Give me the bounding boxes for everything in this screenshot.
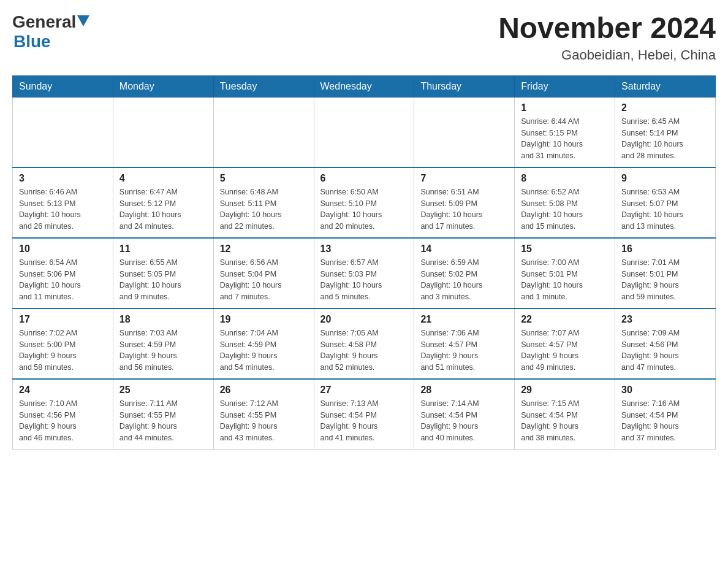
logo-general: General bbox=[12, 12, 76, 32]
calendar-cell: 9Sunrise: 6:53 AM Sunset: 5:07 PM Daylig… bbox=[615, 167, 716, 238]
day-info: Sunrise: 6:54 AM Sunset: 5:06 PM Dayligh… bbox=[19, 257, 107, 303]
calendar-cell: 23Sunrise: 7:09 AM Sunset: 4:56 PM Dayli… bbox=[615, 308, 716, 379]
weekday-header-sunday: Sunday bbox=[13, 75, 113, 97]
day-info: Sunrise: 7:02 AM Sunset: 5:00 PM Dayligh… bbox=[19, 327, 107, 373]
day-info: Sunrise: 7:03 AM Sunset: 4:59 PM Dayligh… bbox=[119, 327, 207, 373]
weekday-header-saturday: Saturday bbox=[615, 75, 716, 97]
calendar-cell: 25Sunrise: 7:11 AM Sunset: 4:55 PM Dayli… bbox=[113, 379, 213, 450]
day-number: 22 bbox=[521, 314, 609, 325]
day-number: 26 bbox=[220, 385, 308, 396]
day-number: 17 bbox=[19, 314, 107, 325]
day-info: Sunrise: 7:04 AM Sunset: 4:59 PM Dayligh… bbox=[220, 327, 308, 373]
calendar-cell: 26Sunrise: 7:12 AM Sunset: 4:55 PM Dayli… bbox=[213, 379, 314, 450]
calendar-cell bbox=[113, 97, 213, 167]
day-info: Sunrise: 6:48 AM Sunset: 5:11 PM Dayligh… bbox=[220, 186, 308, 232]
day-info: Sunrise: 6:56 AM Sunset: 5:04 PM Dayligh… bbox=[220, 257, 308, 303]
weekday-header-monday: Monday bbox=[113, 75, 213, 97]
day-number: 16 bbox=[621, 243, 709, 255]
day-info: Sunrise: 6:55 AM Sunset: 5:05 PM Dayligh… bbox=[119, 257, 207, 303]
day-info: Sunrise: 6:51 AM Sunset: 5:09 PM Dayligh… bbox=[420, 186, 508, 232]
day-number: 24 bbox=[19, 385, 107, 396]
day-number: 6 bbox=[320, 173, 408, 184]
calendar-week-row: 17Sunrise: 7:02 AM Sunset: 5:00 PM Dayli… bbox=[13, 308, 716, 379]
calendar-cell bbox=[13, 97, 113, 167]
day-number: 19 bbox=[220, 314, 308, 325]
calendar-week-row: 1Sunrise: 6:44 AM Sunset: 5:15 PM Daylig… bbox=[13, 97, 716, 167]
calendar-cell: 12Sunrise: 6:56 AM Sunset: 5:04 PM Dayli… bbox=[213, 238, 314, 308]
day-number: 21 bbox=[420, 314, 508, 325]
day-info: Sunrise: 6:57 AM Sunset: 5:03 PM Dayligh… bbox=[320, 257, 408, 303]
calendar-table: SundayMondayTuesdayWednesdayThursdayFrid… bbox=[12, 75, 716, 450]
day-info: Sunrise: 7:05 AM Sunset: 4:58 PM Dayligh… bbox=[320, 327, 408, 373]
day-info: Sunrise: 6:52 AM Sunset: 5:08 PM Dayligh… bbox=[521, 186, 609, 232]
calendar-week-row: 10Sunrise: 6:54 AM Sunset: 5:06 PM Dayli… bbox=[13, 238, 716, 308]
calendar-cell: 3Sunrise: 6:46 AM Sunset: 5:13 PM Daylig… bbox=[13, 167, 113, 238]
day-number: 30 bbox=[621, 385, 709, 396]
calendar-cell: 22Sunrise: 7:07 AM Sunset: 4:57 PM Dayli… bbox=[515, 308, 615, 379]
day-number: 12 bbox=[220, 243, 308, 255]
day-number: 20 bbox=[320, 314, 408, 325]
day-info: Sunrise: 6:46 AM Sunset: 5:13 PM Dayligh… bbox=[19, 186, 107, 232]
calendar-cell: 6Sunrise: 6:50 AM Sunset: 5:10 PM Daylig… bbox=[314, 167, 414, 238]
calendar-week-row: 3Sunrise: 6:46 AM Sunset: 5:13 PM Daylig… bbox=[13, 167, 716, 238]
calendar-cell: 10Sunrise: 6:54 AM Sunset: 5:06 PM Dayli… bbox=[13, 238, 113, 308]
day-number: 3 bbox=[19, 173, 107, 184]
calendar-cell: 1Sunrise: 6:44 AM Sunset: 5:15 PM Daylig… bbox=[515, 97, 615, 167]
day-info: Sunrise: 6:53 AM Sunset: 5:07 PM Dayligh… bbox=[621, 186, 709, 232]
weekday-header-wednesday: Wednesday bbox=[314, 75, 414, 97]
day-number: 8 bbox=[521, 173, 609, 184]
month-title: November 2024 bbox=[498, 12, 716, 45]
calendar-week-row: 24Sunrise: 7:10 AM Sunset: 4:56 PM Dayli… bbox=[13, 379, 716, 450]
calendar-cell: 8Sunrise: 6:52 AM Sunset: 5:08 PM Daylig… bbox=[515, 167, 615, 238]
title-block: November 2024 Gaobeidian, Hebei, China bbox=[498, 12, 716, 63]
day-number: 29 bbox=[521, 385, 609, 396]
day-info: Sunrise: 7:14 AM Sunset: 4:54 PM Dayligh… bbox=[420, 398, 508, 444]
day-info: Sunrise: 6:50 AM Sunset: 5:10 PM Dayligh… bbox=[320, 186, 408, 232]
calendar-cell: 4Sunrise: 6:47 AM Sunset: 5:12 PM Daylig… bbox=[113, 167, 213, 238]
logo-blue: Blue bbox=[13, 32, 51, 51]
logo: General Blue bbox=[12, 12, 89, 52]
day-number: 1 bbox=[521, 102, 609, 113]
calendar-cell: 17Sunrise: 7:02 AM Sunset: 5:00 PM Dayli… bbox=[13, 308, 113, 379]
day-number: 13 bbox=[320, 243, 408, 255]
weekday-header-row: SundayMondayTuesdayWednesdayThursdayFrid… bbox=[13, 75, 716, 97]
calendar-cell: 20Sunrise: 7:05 AM Sunset: 4:58 PM Dayli… bbox=[314, 308, 414, 379]
day-info: Sunrise: 7:15 AM Sunset: 4:54 PM Dayligh… bbox=[521, 398, 609, 444]
day-number: 14 bbox=[420, 243, 508, 255]
day-info: Sunrise: 7:07 AM Sunset: 4:57 PM Dayligh… bbox=[521, 327, 609, 373]
weekday-header-friday: Friday bbox=[515, 75, 615, 97]
day-number: 7 bbox=[420, 173, 508, 184]
calendar-cell: 11Sunrise: 6:55 AM Sunset: 5:05 PM Dayli… bbox=[113, 238, 213, 308]
day-info: Sunrise: 7:16 AM Sunset: 4:54 PM Dayligh… bbox=[621, 398, 709, 444]
day-info: Sunrise: 7:13 AM Sunset: 4:54 PM Dayligh… bbox=[320, 398, 408, 444]
calendar-cell: 5Sunrise: 6:48 AM Sunset: 5:11 PM Daylig… bbox=[213, 167, 314, 238]
day-number: 9 bbox=[621, 173, 709, 184]
calendar-cell: 16Sunrise: 7:01 AM Sunset: 5:01 PM Dayli… bbox=[615, 238, 716, 308]
calendar-cell: 19Sunrise: 7:04 AM Sunset: 4:59 PM Dayli… bbox=[213, 308, 314, 379]
calendar-cell: 30Sunrise: 7:16 AM Sunset: 4:54 PM Dayli… bbox=[615, 379, 716, 450]
calendar-cell: 2Sunrise: 6:45 AM Sunset: 5:14 PM Daylig… bbox=[615, 97, 716, 167]
day-number: 28 bbox=[420, 385, 508, 396]
day-info: Sunrise: 6:45 AM Sunset: 5:14 PM Dayligh… bbox=[621, 116, 709, 162]
day-info: Sunrise: 7:00 AM Sunset: 5:01 PM Dayligh… bbox=[521, 257, 609, 303]
calendar-cell: 28Sunrise: 7:14 AM Sunset: 4:54 PM Dayli… bbox=[414, 379, 515, 450]
calendar-cell: 27Sunrise: 7:13 AM Sunset: 4:54 PM Dayli… bbox=[314, 379, 414, 450]
page-header: General Blue November 2024 Gaobeidian, H… bbox=[12, 12, 716, 63]
day-info: Sunrise: 7:01 AM Sunset: 5:01 PM Dayligh… bbox=[621, 257, 709, 303]
day-info: Sunrise: 7:12 AM Sunset: 4:55 PM Dayligh… bbox=[220, 398, 308, 444]
day-info: Sunrise: 7:06 AM Sunset: 4:57 PM Dayligh… bbox=[420, 327, 508, 373]
calendar-cell bbox=[314, 97, 414, 167]
day-info: Sunrise: 7:11 AM Sunset: 4:55 PM Dayligh… bbox=[119, 398, 207, 444]
day-info: Sunrise: 7:09 AM Sunset: 4:56 PM Dayligh… bbox=[621, 327, 709, 373]
day-number: 10 bbox=[19, 243, 107, 255]
calendar-cell: 13Sunrise: 6:57 AM Sunset: 5:03 PM Dayli… bbox=[314, 238, 414, 308]
calendar-cell: 24Sunrise: 7:10 AM Sunset: 4:56 PM Dayli… bbox=[13, 379, 113, 450]
day-number: 15 bbox=[521, 243, 609, 255]
weekday-header-thursday: Thursday bbox=[414, 75, 515, 97]
day-number: 4 bbox=[119, 173, 207, 184]
logo-triangle-icon bbox=[77, 15, 89, 26]
calendar-cell: 29Sunrise: 7:15 AM Sunset: 4:54 PM Dayli… bbox=[515, 379, 615, 450]
day-number: 27 bbox=[320, 385, 408, 396]
day-info: Sunrise: 6:59 AM Sunset: 5:02 PM Dayligh… bbox=[420, 257, 508, 303]
calendar-cell: 15Sunrise: 7:00 AM Sunset: 5:01 PM Dayli… bbox=[515, 238, 615, 308]
